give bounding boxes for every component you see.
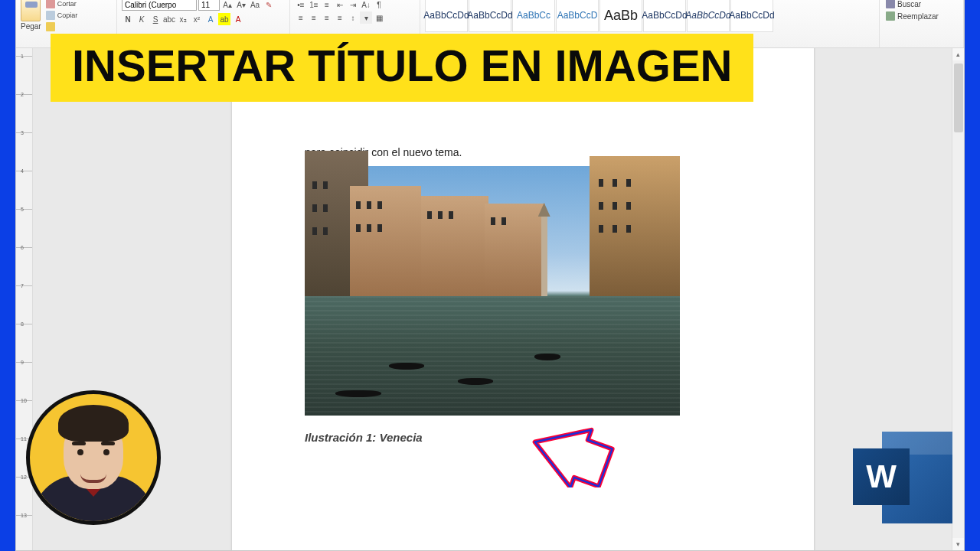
image-caption[interactable]: Ilustración 1: Venecia xyxy=(305,431,423,444)
superscript-button[interactable]: x² xyxy=(191,13,203,25)
scissors-icon xyxy=(46,0,55,8)
indent-dec-button[interactable]: ⇤ xyxy=(334,0,346,11)
align-left-button[interactable]: ≡ xyxy=(295,11,307,24)
image-building xyxy=(421,196,488,301)
clear-format-button[interactable]: ✎ xyxy=(263,0,275,11)
multilevel-button[interactable]: ≡ xyxy=(321,0,333,11)
image-building xyxy=(350,186,421,301)
shading-button[interactable]: ▾ xyxy=(360,11,372,24)
style-nospacing[interactable]: AaBbCcDd xyxy=(469,0,511,32)
italic-button[interactable]: K xyxy=(136,13,148,25)
image-gondola xyxy=(458,378,493,385)
video-title-overlay: INSERTAR TÍTULO EN IMAGEN xyxy=(51,34,753,102)
style-emphasis[interactable]: AaBbCcDd xyxy=(687,0,730,32)
copy-label: Copiar xyxy=(57,11,78,19)
style-subtitle[interactable]: AaBbCcDd xyxy=(643,0,686,32)
paste-label: Pegar xyxy=(21,22,41,31)
binoculars-icon xyxy=(886,0,895,8)
replace-button[interactable]: Reemplazar xyxy=(884,11,940,21)
image-gondola xyxy=(389,363,424,370)
image-bell-tower xyxy=(541,217,547,301)
align-center-button[interactable]: ≡ xyxy=(308,11,320,24)
font-color-button[interactable]: A xyxy=(232,13,244,25)
scroll-down-button[interactable]: ▾ xyxy=(952,538,964,550)
borders-button[interactable]: ▦ xyxy=(373,11,385,24)
style-title[interactable]: AaBb xyxy=(599,0,642,32)
replace-icon xyxy=(886,11,895,21)
numbering-button[interactable]: 1≡ xyxy=(308,0,320,11)
font-family-combo[interactable] xyxy=(122,0,197,11)
text-effects-button[interactable]: A xyxy=(204,13,217,25)
scroll-thumb[interactable] xyxy=(954,64,963,132)
avatar-eyebrow xyxy=(101,442,115,445)
pointer-arrow-overlay xyxy=(531,419,622,487)
word-logo-badge: W xyxy=(853,448,910,505)
style-normal[interactable]: AaBbCcDd xyxy=(425,0,468,32)
replace-label: Reemplazar xyxy=(897,12,939,21)
ribbon-group-editing: Buscar Reemplazar xyxy=(880,0,964,47)
align-right-button[interactable]: ≡ xyxy=(321,11,333,24)
line-spacing-button[interactable]: ↕ xyxy=(347,11,359,24)
presenter-avatar xyxy=(26,390,161,525)
image-building xyxy=(590,156,680,301)
show-marks-button[interactable]: ¶ xyxy=(373,0,385,11)
image-building xyxy=(485,204,544,301)
document-viewport[interactable]: para coincidir con el nuevo tema. xyxy=(33,48,952,550)
vertical-scrollbar[interactable]: ▴ ▾ xyxy=(952,48,964,550)
inserted-image[interactable] xyxy=(305,166,680,416)
scroll-up-button[interactable]: ▴ xyxy=(952,48,964,60)
style-strong[interactable]: AaBbCcDd xyxy=(730,0,773,32)
paste-button[interactable]: Pegar xyxy=(21,0,41,31)
brush-icon xyxy=(46,22,55,31)
shrink-font-button[interactable]: A▾ xyxy=(235,0,247,11)
thumbnail-frame: Pegar Cortar Copiar Portapa A▴ xyxy=(0,0,980,551)
cut-label: Cortar xyxy=(57,0,77,8)
copy-button[interactable]: Copiar xyxy=(44,10,80,21)
change-case-button[interactable]: Aa xyxy=(249,0,261,11)
justify-button[interactable]: ≡ xyxy=(334,11,346,24)
styles-gallery[interactable]: AaBbCcDd AaBbCcDd AaBbCc AaBbCcD AaBb Aa… xyxy=(425,0,773,32)
strike-button[interactable]: abc xyxy=(163,13,175,25)
ms-word-logo: W xyxy=(853,432,952,523)
cut-button[interactable]: Cortar xyxy=(44,0,80,9)
word-logo-letter: W xyxy=(866,458,897,495)
underline-button[interactable]: S xyxy=(149,13,162,25)
image-gondola xyxy=(335,390,381,397)
style-h2[interactable]: AaBbCcD xyxy=(556,0,599,32)
image-gondola xyxy=(534,354,560,360)
avatar-eye xyxy=(103,449,109,455)
avatar-eyebrow xyxy=(72,442,86,445)
font-size-combo[interactable] xyxy=(198,0,220,11)
subscript-button[interactable]: x₂ xyxy=(177,13,189,25)
bullets-button[interactable]: •≡ xyxy=(295,0,307,11)
grow-font-button[interactable]: A▴ xyxy=(221,0,234,11)
image-canal-water xyxy=(305,296,680,416)
avatar-hair xyxy=(58,405,129,442)
avatar-eye xyxy=(77,449,83,455)
bold-button[interactable]: N xyxy=(122,13,134,25)
format-painter-button[interactable] xyxy=(44,21,80,32)
paste-icon xyxy=(21,0,41,21)
highlight-button[interactable]: ab xyxy=(218,13,230,25)
style-h1[interactable]: AaBbCc xyxy=(512,0,555,32)
copy-icon xyxy=(46,11,55,20)
sort-button[interactable]: A↓ xyxy=(360,0,372,11)
find-button[interactable]: Buscar xyxy=(884,0,940,9)
document-page: para coincidir con el nuevo tema. xyxy=(232,48,814,550)
indent-inc-button[interactable]: ⇥ xyxy=(347,0,359,11)
find-label: Buscar xyxy=(897,0,921,8)
